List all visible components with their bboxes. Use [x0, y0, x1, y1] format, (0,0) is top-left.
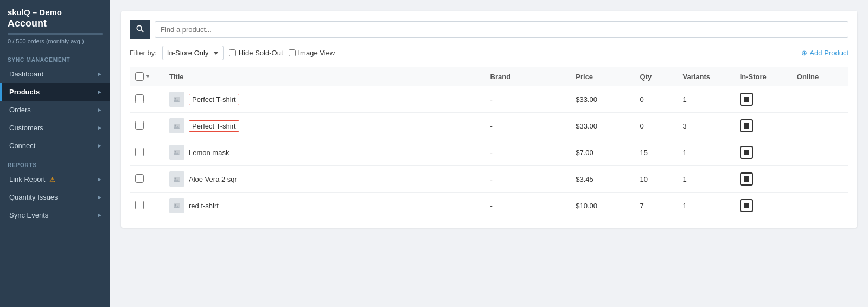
row-qty-4: 7	[635, 193, 678, 219]
row-brand-3: -	[485, 166, 571, 193]
th-qty: Qty	[635, 67, 678, 86]
th-instore: In-Store	[735, 67, 792, 86]
filter-select[interactable]: In-Store Only All Products Online Only	[162, 46, 224, 60]
sidebar-item-quantity-issues[interactable]: Quantity Issues ►	[0, 188, 110, 206]
progress-bar-background	[8, 33, 103, 35]
products-chevron: ►	[97, 89, 103, 95]
products-table: ▼ Title Brand Price Qty Variants In-Stor…	[130, 67, 848, 219]
svg-line-1	[141, 30, 143, 32]
select-dropdown-arrow[interactable]: ▼	[145, 74, 150, 79]
sync-events-label: Sync Events	[9, 211, 48, 219]
row-instore-1	[735, 113, 792, 139]
add-product-button[interactable]: ⊕ Add Product	[801, 49, 848, 57]
sidebar-item-customers[interactable]: Customers ►	[0, 119, 110, 137]
row-online-3	[792, 166, 848, 193]
row-online-0	[792, 86, 848, 113]
products-card: Filter by: In-Store Only All Products On…	[121, 11, 857, 228]
row-checkbox-cell	[130, 193, 164, 219]
row-brand-0: -	[485, 86, 571, 113]
hide-sold-out-text: Hide Sold-Out	[239, 49, 283, 57]
dashboard-label: Dashboard	[9, 70, 44, 78]
row-variants-3: 1	[677, 166, 734, 193]
row-online-2	[792, 139, 848, 166]
quantity-issues-label: Quantity Issues	[9, 193, 58, 201]
row-checkbox-4[interactable]	[135, 201, 144, 209]
sidebar-item-sync-events[interactable]: Sync Events ►	[0, 206, 110, 224]
row-variants-0: 1	[677, 86, 734, 113]
row-price-2: $7.00	[570, 139, 634, 166]
hide-sold-out-checkbox[interactable]	[229, 49, 236, 56]
product-thumb-0	[169, 92, 184, 107]
product-name-highlighted-0[interactable]: Perfect T-shirt	[189, 94, 239, 105]
row-checkbox-cell	[130, 139, 164, 166]
search-button[interactable]	[130, 20, 150, 39]
image-view-label[interactable]: Image View	[289, 49, 335, 57]
row-price-3: $3.45	[570, 166, 634, 193]
dashboard-chevron: ►	[97, 71, 103, 77]
row-checkbox-cell	[130, 86, 164, 113]
add-product-text: Add Product	[809, 49, 848, 57]
filter-label: Filter by:	[130, 49, 157, 57]
row-variants-4: 1	[677, 193, 734, 219]
row-brand-4: -	[485, 193, 571, 219]
connect-label: Connect	[9, 142, 35, 150]
product-thumb-3	[169, 171, 184, 187]
account-title: Account	[8, 18, 103, 29]
instore-icon-inner-3	[744, 176, 749, 182]
th-price: Price	[570, 67, 634, 86]
products-label: Products	[9, 88, 40, 96]
row-brand-2: -	[485, 139, 571, 166]
row-checkbox-2[interactable]	[135, 148, 144, 156]
svg-point-0	[137, 25, 142, 30]
row-checkbox-cell	[130, 113, 164, 139]
row-title-cell-3: Aloe Vera 2 sqr	[164, 166, 485, 193]
reports-section: REPORTS Link Report ⚠ ► Quantity Issues …	[0, 155, 110, 224]
sync-events-chevron: ►	[97, 212, 103, 218]
row-instore-2	[735, 139, 792, 166]
select-all-checkbox[interactable]	[135, 72, 144, 81]
sidebar-item-products[interactable]: Products ►	[0, 83, 110, 101]
link-report-chevron: ►	[97, 176, 103, 182]
th-checkbox: ▼	[130, 67, 164, 86]
sidebar-item-connect[interactable]: Connect ►	[0, 137, 110, 155]
row-price-1: $33.00	[570, 113, 634, 139]
main-content: Filter by: In-Store Only All Products On…	[110, 0, 868, 307]
th-title: Title	[164, 67, 485, 86]
search-input[interactable]	[155, 21, 848, 38]
th-online: Online	[792, 67, 848, 86]
product-thumb-4	[169, 198, 184, 213]
th-brand: Brand	[485, 67, 571, 86]
product-name-highlighted-1[interactable]: Perfect T-shirt	[189, 120, 239, 132]
link-report-label: Link Report ⚠	[9, 175, 55, 183]
hide-sold-out-label[interactable]: Hide Sold-Out	[229, 49, 283, 57]
search-icon	[136, 25, 144, 34]
image-view-checkbox[interactable]	[289, 49, 296, 56]
th-variants: Variants	[677, 67, 734, 86]
product-name-2[interactable]: Lemon mask	[189, 149, 229, 157]
instore-icon-3	[740, 172, 753, 186]
sidebar-item-link-report[interactable]: Link Report ⚠ ►	[0, 170, 110, 188]
row-qty-3: 10	[635, 166, 678, 193]
sidebar-item-orders[interactable]: Orders ►	[0, 101, 110, 119]
customers-label: Customers	[9, 124, 43, 132]
row-checkbox-cell	[130, 166, 164, 193]
warning-icon: ⚠	[49, 176, 55, 183]
app-title: skulQ – Demo	[8, 8, 103, 17]
table-row: Aloe Vera 2 sqr - $3.45 10 1	[130, 166, 848, 193]
product-name-4[interactable]: red t-shirt	[189, 202, 219, 210]
row-title-cell-4: red t-shirt	[164, 193, 485, 219]
product-thumb-1	[169, 118, 184, 133]
row-checkbox-1[interactable]	[135, 121, 144, 130]
row-price-4: $10.00	[570, 193, 634, 219]
product-name-3[interactable]: Aloe Vera 2 sqr	[189, 175, 237, 183]
row-instore-0	[735, 86, 792, 113]
row-checkbox-0[interactable]	[135, 94, 144, 103]
row-checkbox-3[interactable]	[135, 174, 144, 183]
table-row: Perfect T-shirt - $33.00 0 3	[130, 113, 848, 139]
reports-label: REPORTS	[0, 155, 110, 170]
instore-icon-inner-0	[744, 97, 749, 102]
row-online-1	[792, 113, 848, 139]
sidebar-item-dashboard[interactable]: Dashboard ►	[0, 65, 110, 83]
filter-row: Filter by: In-Store Only All Products On…	[130, 46, 848, 60]
image-view-text: Image View	[298, 49, 335, 57]
